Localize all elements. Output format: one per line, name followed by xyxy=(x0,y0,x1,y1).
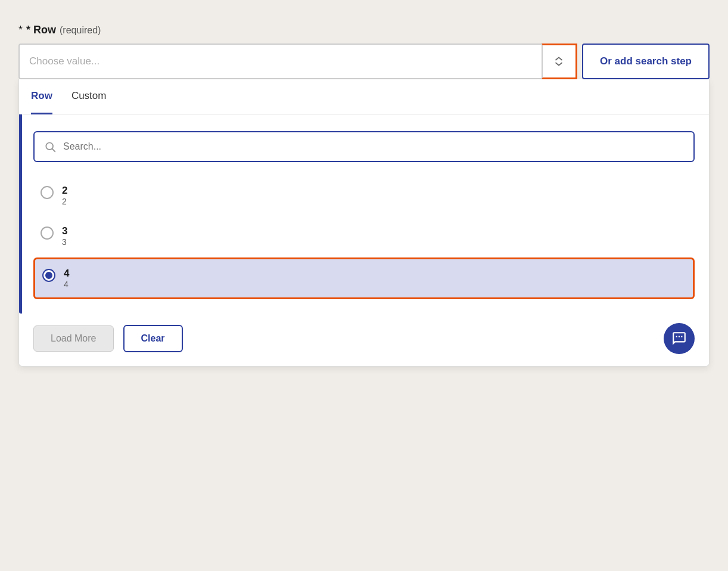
required-text: (required) xyxy=(60,25,101,36)
radio-button-4[interactable] xyxy=(42,269,55,282)
list-item-selected[interactable]: 4 4 xyxy=(33,257,695,299)
top-row: Choose value... Or add search step xyxy=(18,44,710,79)
radio-list: 2 2 3 3 xyxy=(33,176,695,299)
field-label: * * Row (required) xyxy=(18,24,710,36)
radio-button-2[interactable] xyxy=(41,186,54,199)
chevron-button[interactable] xyxy=(542,44,577,79)
list-item[interactable]: 3 3 xyxy=(33,217,695,255)
svg-line-1 xyxy=(52,149,55,152)
svg-rect-4 xyxy=(681,336,682,337)
item-sub-label: 3 xyxy=(62,237,67,247)
chevron-updown-icon xyxy=(553,55,565,67)
search-icon xyxy=(44,141,56,153)
item-main-label: 3 xyxy=(62,225,67,237)
item-sub-label: 2 xyxy=(62,197,67,206)
add-search-step-button[interactable]: Or add search step xyxy=(582,44,710,79)
list-item[interactable]: 2 2 xyxy=(33,176,695,215)
load-more-button[interactable]: Load More xyxy=(33,325,114,352)
chat-icon xyxy=(671,331,687,346)
radio-button-3[interactable] xyxy=(41,226,54,240)
svg-rect-2 xyxy=(676,336,677,337)
field-name: * Row xyxy=(26,24,56,36)
search-box[interactable] xyxy=(33,131,695,162)
page-container: * * Row (required) Choose value... Or ad… xyxy=(13,12,715,378)
item-main-label: 2 xyxy=(62,185,67,197)
bottom-row: Load More Clear xyxy=(19,314,709,366)
tab-row[interactable]: Row xyxy=(31,79,52,114)
required-star: * xyxy=(18,24,23,36)
choose-value-placeholder: Choose value... xyxy=(29,55,99,67)
tab-content: 2 2 3 3 xyxy=(19,114,709,314)
tabs-row: Row Custom xyxy=(19,79,709,114)
tab-custom[interactable]: Custom xyxy=(71,79,107,114)
item-main-label: 4 xyxy=(64,268,69,280)
radio-inner-dot xyxy=(45,272,52,279)
search-input[interactable] xyxy=(63,141,684,152)
left-accent-bar xyxy=(19,114,22,314)
clear-button[interactable]: Clear xyxy=(123,325,183,352)
chat-fab-button[interactable] xyxy=(664,323,695,354)
dropdown-panel: Row Custom xyxy=(18,79,710,367)
svg-rect-3 xyxy=(679,336,680,337)
item-sub-label: 4 xyxy=(64,280,69,289)
choose-value-input[interactable]: Choose value... xyxy=(18,44,542,79)
